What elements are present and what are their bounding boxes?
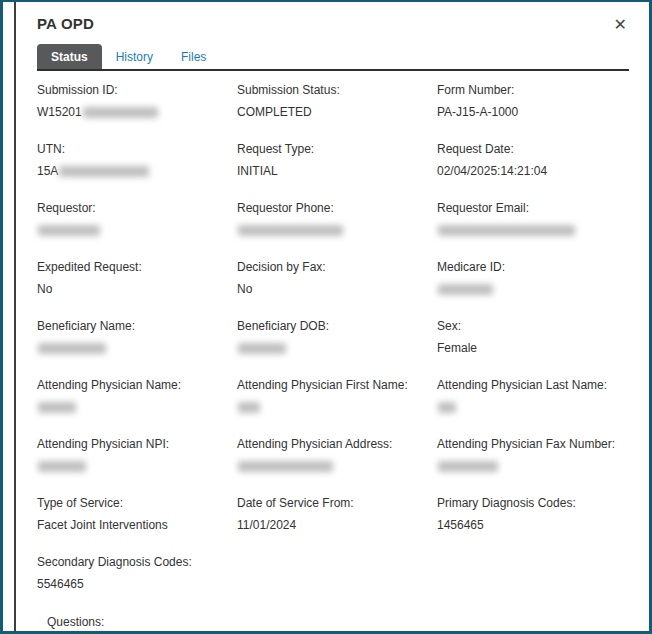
field-cell: Primary Diagnosis Codes: 1456465	[437, 496, 637, 555]
field-cell: Sex: Female	[437, 319, 637, 378]
tab-history[interactable]: History	[102, 44, 167, 69]
redacted-value	[83, 107, 158, 118]
redacted-value	[38, 343, 106, 354]
field-value: 1456465	[437, 518, 637, 533]
field-cell: Type of Service: Facet Joint Interventio…	[37, 496, 237, 555]
tab-status[interactable]: Status	[37, 44, 102, 69]
field-cell: Secondary Diagnosis Codes: 5546465	[37, 555, 237, 614]
close-icon[interactable]: ✕	[614, 17, 627, 33]
field-label: Requestor Email:	[437, 201, 637, 216]
redacted-value	[238, 461, 333, 472]
field-cell: Date of Service From: 11/01/2024	[237, 496, 437, 555]
field-value	[237, 223, 437, 238]
field-label: Form Number:	[437, 83, 637, 98]
modal-header: PA OPD ✕	[37, 2, 629, 33]
status-fields-grid: Submission ID: W15201 Submission Status:…	[37, 83, 629, 614]
redacted-value	[438, 225, 575, 236]
field-value	[37, 400, 237, 415]
field-value: No	[237, 282, 437, 297]
field-cell: Submission Status: COMPLETED	[237, 83, 437, 142]
field-cell: Requestor Email:	[437, 201, 637, 260]
field-value: Female	[437, 341, 637, 356]
field-value: 5546465	[37, 577, 237, 592]
field-cell: Attending Physician Fax Number:	[437, 437, 637, 496]
field-label: Date of Service From:	[237, 496, 437, 511]
field-cell: Submission ID: W15201	[37, 83, 237, 142]
field-cell: Requestor:	[37, 201, 237, 260]
field-label: Request Date:	[437, 142, 637, 157]
field-label: Primary Diagnosis Codes:	[437, 496, 637, 511]
screenshot-frame: PA OPD ✕ Status History Files Submission…	[0, 0, 652, 634]
field-value: No	[37, 282, 237, 297]
field-value	[437, 282, 637, 297]
field-label: Expedited Request:	[37, 260, 237, 275]
field-label: Submission ID:	[37, 83, 237, 98]
field-cell: Attending Physician Name:	[37, 378, 237, 437]
tab-files[interactable]: Files	[167, 44, 220, 69]
redacted-value	[38, 402, 76, 413]
questions-section-label: Questions:	[37, 615, 629, 629]
tab-bar: Status History Files	[37, 44, 629, 71]
field-label: Attending Physician Name:	[37, 378, 237, 393]
field-value: COMPLETED	[237, 105, 437, 120]
field-value: W15201	[37, 105, 237, 120]
field-label: Request Type:	[237, 142, 437, 157]
field-label: Attending Physician NPI:	[37, 437, 237, 452]
redacted-value	[438, 284, 493, 295]
field-value: PA-J15-A-1000	[437, 105, 637, 120]
field-label: Submission Status:	[237, 83, 437, 98]
field-label: UTN:	[37, 142, 237, 157]
field-cell: Attending Physician NPI:	[37, 437, 237, 496]
field-label: Requestor Phone:	[237, 201, 437, 216]
field-value: Facet Joint Interventions	[37, 518, 237, 533]
field-value	[237, 459, 437, 474]
field-cell: Attending Physician Address:	[237, 437, 437, 496]
field-cell: Request Type: INITIAL	[237, 142, 437, 201]
field-label: Secondary Diagnosis Codes:	[37, 555, 237, 570]
field-label: Attending Physician Address:	[237, 437, 437, 452]
field-label: Attending Physician Last Name:	[437, 378, 637, 393]
field-cell: Request Date: 02/04/2025:14:21:04	[437, 142, 637, 201]
field-label: Medicare ID:	[437, 260, 637, 275]
field-value	[37, 223, 237, 238]
field-value	[437, 400, 637, 415]
field-cell: Requestor Phone:	[237, 201, 437, 260]
field-label: Requestor:	[37, 201, 237, 216]
modal-title: PA OPD	[37, 15, 94, 32]
field-value	[237, 400, 437, 415]
redacted-value	[238, 402, 260, 413]
field-value: 02/04/2025:14:21:04	[437, 164, 637, 179]
field-value	[237, 341, 437, 356]
field-cell: Decision by Fax: No	[237, 260, 437, 319]
field-cell: Medicare ID:	[437, 260, 637, 319]
redacted-value	[438, 461, 498, 472]
field-label: Type of Service:	[37, 496, 237, 511]
field-cell: Attending Physician Last Name:	[437, 378, 637, 437]
field-value	[437, 459, 637, 474]
field-label: Beneficiary Name:	[37, 319, 237, 334]
redacted-value	[59, 166, 149, 177]
redacted-value	[38, 461, 86, 472]
pa-opd-modal: PA OPD ✕ Status History Files Submission…	[14, 2, 649, 631]
field-cell: UTN: 15A	[37, 142, 237, 201]
field-value	[437, 223, 637, 238]
field-cell: Expedited Request: No	[37, 260, 237, 319]
field-cell: Form Number: PA-J15-A-1000	[437, 83, 637, 142]
field-label: Sex:	[437, 319, 637, 334]
field-value: 11/01/2024	[237, 518, 437, 533]
field-value: INITIAL	[237, 164, 437, 179]
field-value	[37, 459, 237, 474]
redacted-value	[238, 225, 343, 236]
field-cell: Attending Physician First Name:	[237, 378, 437, 437]
redacted-value	[438, 402, 456, 413]
field-label: Beneficiary DOB:	[237, 319, 437, 334]
redacted-value	[38, 225, 100, 236]
field-label: Decision by Fax:	[237, 260, 437, 275]
field-value	[37, 341, 237, 356]
field-label: Attending Physician Fax Number:	[437, 437, 637, 452]
field-label: Attending Physician First Name:	[237, 378, 437, 393]
field-cell: Beneficiary DOB:	[237, 319, 437, 378]
field-value: 15A	[37, 164, 237, 179]
field-cell: Beneficiary Name:	[37, 319, 237, 378]
redacted-value	[238, 343, 286, 354]
